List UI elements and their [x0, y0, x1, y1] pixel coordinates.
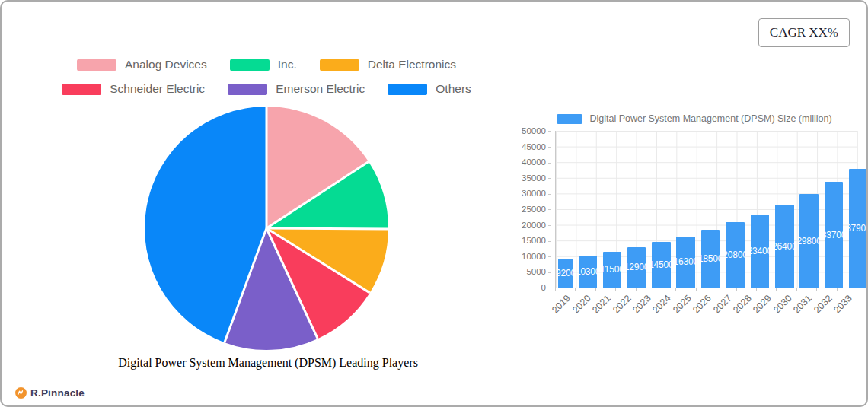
- bar-value-label: 33700: [825, 230, 844, 240]
- report-image-frame: CAGR XX% Analog Devices Inc. Delta Elect…: [0, 0, 868, 407]
- bar-2019: 9200: [558, 259, 573, 288]
- pie-slice-separator: [266, 228, 388, 229]
- bar-2029: 29800: [799, 194, 819, 288]
- bar-chart-legend: Digital Power System Management (DPSM) S…: [535, 113, 854, 124]
- bar-value-label: 14500: [652, 259, 671, 270]
- brand-logo: R.Pinnacle: [15, 387, 85, 399]
- bar-2020: 10300: [579, 256, 598, 288]
- pie-chart: [143, 105, 390, 351]
- bar-value-label: 18500: [701, 253, 720, 264]
- legend-item-emerson-electric: Emerson Electric: [228, 82, 365, 96]
- legend-label: Emerson Electric: [276, 82, 365, 96]
- bar-slot: 29800: [796, 131, 821, 288]
- bar-value-label: 26400: [775, 241, 794, 252]
- bar-2021: 11500: [603, 252, 621, 288]
- pie-chart-title: Digital Power System Management (DPSM) L…: [2, 356, 535, 370]
- legend-item-schneider-electric: Schneider Electric: [62, 82, 205, 96]
- legend-swatch-icon: [228, 84, 267, 95]
- bar-chart-y-axis: 0500010000150002000025000300003500040000…: [496, 131, 551, 288]
- legend-item-inc: Inc.: [230, 58, 297, 72]
- y-axis-tick-label: 35000: [496, 173, 551, 183]
- bar-legend-swatch-icon: [557, 114, 582, 124]
- bar-slot: 16300: [674, 131, 698, 288]
- bar-2023: 14500: [652, 242, 671, 288]
- pie-legend-row: Schneider Electric Emerson Electric Othe…: [30, 82, 503, 96]
- bar-2030: 33700: [825, 182, 844, 288]
- y-axis-tick-label: 5000: [496, 267, 551, 276]
- cagr-badge: CAGR XX%: [758, 18, 850, 47]
- bar-slot: 11500: [600, 131, 624, 288]
- y-axis-tick-label: 40000: [496, 157, 551, 167]
- legend-swatch-icon: [230, 59, 270, 71]
- legend-item-delta-electronics: Delta Electronics: [320, 58, 456, 72]
- legend-label: Inc.: [278, 58, 297, 72]
- bar-2022: 12900: [627, 247, 646, 288]
- bar-value-label: 10300: [579, 266, 598, 277]
- legend-label: Delta Electronics: [368, 58, 456, 72]
- legend-swatch-icon: [320, 59, 359, 71]
- y-axis-tick-label: 0: [496, 283, 551, 292]
- bar-slot: 37900: [846, 131, 868, 288]
- legend-item-others: Others: [388, 82, 471, 96]
- y-axis-tick-label: 50000: [496, 126, 551, 135]
- bar-value-label: 37900: [849, 223, 868, 234]
- brand-logo-text: R.Pinnacle: [30, 387, 85, 399]
- bar-2025: 18500: [701, 230, 720, 288]
- bar-series: 9200103001150012900145001630018500208002…: [556, 131, 857, 288]
- bar-value-label: 29800: [799, 236, 819, 246]
- cagr-label: CAGR XX%: [770, 25, 838, 40]
- bar-2024: 16300: [676, 237, 695, 288]
- legend-item-analog-devices: Analog Devices: [77, 58, 207, 72]
- legend-swatch-icon: [388, 84, 427, 95]
- y-axis-tick-label: 45000: [496, 142, 551, 151]
- bar-chart-plot-area: 9200103001150012900145001630018500208002…: [555, 131, 858, 288]
- bar-2031: 37900: [849, 169, 868, 288]
- bar-slot: 33700: [822, 131, 846, 288]
- bar-slot: 26400: [772, 131, 796, 288]
- pie-legend-row: Analog Devices Inc. Delta Electronics: [30, 58, 503, 72]
- bar-2026: 20800: [726, 222, 745, 288]
- bar-value-label: 16300: [676, 256, 695, 267]
- bar-2027: 23400: [751, 215, 770, 288]
- bar-value-label: 11500: [603, 264, 621, 275]
- bar-slot: 9200: [556, 131, 576, 288]
- pie-legend: Analog Devices Inc. Delta Electronics Sc…: [30, 58, 503, 107]
- bar-value-label: 9200: [558, 268, 573, 278]
- bar-slot: 20800: [723, 131, 747, 288]
- bar-chart-x-axis: 2019202020212022202320242025202620272028…: [555, 291, 857, 322]
- bar-slot: 12900: [624, 131, 649, 288]
- legend-swatch-icon: [77, 59, 116, 71]
- y-axis-tick-label: 20000: [496, 221, 551, 230]
- bar-2028: 26400: [775, 205, 794, 288]
- bar-value-label: 23400: [751, 246, 770, 256]
- bar-legend-label: Digital Power System Management (DPSM) S…: [589, 113, 831, 124]
- bar-value-label: 12900: [627, 262, 646, 272]
- bar-slot: 23400: [748, 131, 772, 288]
- legend-label: Others: [436, 82, 471, 96]
- y-axis-tick-label: 25000: [496, 205, 551, 214]
- legend-swatch-icon: [62, 84, 101, 95]
- bar-slot: 18500: [698, 131, 723, 288]
- y-axis-tick-label: 30000: [496, 189, 551, 198]
- y-axis-tick-label: 10000: [496, 252, 551, 261]
- legend-label: Schneider Electric: [110, 82, 205, 96]
- bar-value-label: 20800: [726, 250, 745, 260]
- y-axis-tick-label: 15000: [496, 236, 551, 245]
- bar-slot: 10300: [576, 131, 600, 288]
- legend-label: Analog Devices: [125, 58, 207, 72]
- bar-slot: 14500: [649, 131, 673, 288]
- logo-mark-icon: [15, 387, 27, 399]
